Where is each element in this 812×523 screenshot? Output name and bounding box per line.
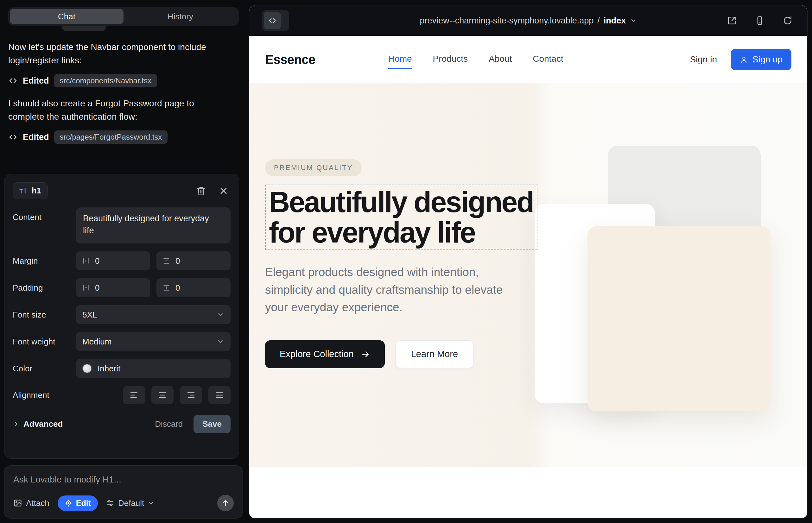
element-tag[interactable]: тT h1 bbox=[13, 182, 48, 199]
sign-up-button[interactable]: Sign up bbox=[731, 49, 791, 70]
lovable-editor: Chat History Now let's update the Navbar… bbox=[0, 0, 812, 523]
browser-frame: preview--charming-site-symphony.lovable.… bbox=[249, 5, 808, 519]
save-button[interactable]: Save bbox=[194, 415, 231, 433]
chevron-down-icon bbox=[630, 17, 637, 24]
hero-description: Elegant products designed with intention… bbox=[265, 264, 518, 316]
site-navbar: Essence Home Products About Contact Sign… bbox=[249, 36, 807, 83]
open-in-new-tab-button[interactable] bbox=[725, 14, 739, 28]
discard-button[interactable]: Discard bbox=[155, 419, 183, 429]
file-chip-navbar[interactable]: src/components/Navbar.tsx bbox=[54, 74, 157, 87]
site-nav-links: Home Products About Contact bbox=[388, 54, 563, 65]
hero-heading[interactable]: Beautifully designed for everyday life bbox=[269, 187, 534, 248]
margin-x-input[interactable]: 0 bbox=[76, 251, 150, 270]
chat-tabs: Chat History bbox=[8, 7, 239, 26]
site-logo[interactable]: Essence bbox=[265, 53, 315, 67]
target-icon bbox=[65, 499, 72, 507]
chevron-down-icon bbox=[217, 338, 224, 345]
composer-input[interactable]: Ask Lovable to modify H1... bbox=[13, 474, 234, 485]
chevron-down-icon bbox=[148, 500, 154, 506]
close-inspector-button[interactable] bbox=[217, 184, 231, 198]
sliders-icon bbox=[106, 499, 114, 507]
assistant-message: I should also create a Forgot Password p… bbox=[8, 97, 211, 124]
send-button[interactable] bbox=[217, 495, 234, 511]
font-size-select[interactable]: 5XL bbox=[76, 305, 231, 324]
font-size-row: Font size 5XL bbox=[13, 305, 231, 324]
quality-badge: PREMIUM QUALITY bbox=[265, 159, 362, 176]
explore-collection-label: Explore Collection bbox=[280, 349, 354, 359]
align-center-icon bbox=[158, 390, 167, 400]
advanced-label: Advanced bbox=[23, 419, 63, 429]
align-left-icon bbox=[129, 390, 139, 400]
margin-y-input[interactable]: 0 bbox=[156, 251, 231, 270]
model-default-dropdown[interactable]: Default bbox=[106, 498, 154, 508]
content-input[interactable]: Beautifully designed for everyday life bbox=[76, 208, 231, 244]
delete-element-button[interactable] bbox=[194, 184, 208, 198]
code-icon bbox=[8, 76, 18, 86]
align-justify-icon bbox=[215, 390, 224, 400]
font-weight-row: Font weight Medium bbox=[13, 332, 231, 351]
trash-icon bbox=[196, 185, 207, 196]
file-chip-forgot-password[interactable]: src/pages/ForgotPassword.tsx bbox=[54, 130, 168, 144]
sign-in-link[interactable]: Sign in bbox=[690, 54, 717, 65]
tab-history[interactable]: History bbox=[124, 9, 237, 24]
tab-history-label: History bbox=[167, 12, 193, 21]
user-icon bbox=[740, 55, 748, 64]
inspector-header: тT h1 bbox=[13, 182, 231, 199]
nav-link-home[interactable]: Home bbox=[388, 54, 412, 65]
align-justify-button[interactable] bbox=[208, 386, 231, 404]
padding-label: Padding bbox=[13, 283, 76, 293]
hero-section: PREMIUM QUALITY Beautifully designed for… bbox=[249, 83, 807, 467]
color-label: Color bbox=[13, 364, 76, 374]
inspector-footer: Advanced Discard Save bbox=[13, 415, 231, 433]
chevron-right-icon bbox=[13, 421, 20, 428]
align-center-button[interactable] bbox=[152, 386, 174, 404]
explore-collection-button[interactable]: Explore Collection bbox=[265, 340, 385, 368]
padding-y-input[interactable]: 0 bbox=[156, 278, 231, 297]
content-row: Content Beautifully designed for everyda… bbox=[13, 208, 231, 244]
sign-up-label: Sign up bbox=[753, 54, 782, 65]
align-right-icon bbox=[186, 390, 196, 400]
mobile-view-button[interactable] bbox=[753, 14, 767, 28]
padding-y-icon bbox=[162, 284, 170, 292]
chat-panel: Chat History Now let's update the Navbar… bbox=[0, 0, 247, 523]
below-hero-section bbox=[249, 467, 807, 518]
code-toggle-icon bbox=[264, 12, 281, 29]
refresh-button[interactable] bbox=[781, 14, 795, 28]
attach-button[interactable]: Attach bbox=[13, 498, 49, 508]
code-preview-toggle[interactable] bbox=[262, 10, 289, 31]
advanced-toggle[interactable]: Advanced bbox=[13, 419, 63, 429]
site-nav-actions: Sign in Sign up bbox=[690, 49, 791, 70]
url-path: index bbox=[604, 16, 626, 26]
tab-chat-label: Chat bbox=[58, 12, 75, 21]
default-label: Default bbox=[118, 498, 144, 508]
selection-outline: Beautifully designed for everyday life bbox=[265, 184, 537, 250]
learn-more-button[interactable]: Learn More bbox=[395, 340, 474, 368]
url-dropdown[interactable]: preview--charming-site-symphony.lovable.… bbox=[420, 16, 637, 26]
align-left-button[interactable] bbox=[123, 386, 145, 404]
edited-file-row: Edited src/pages/ForgotPassword.tsx bbox=[8, 130, 211, 144]
color-value: Inherit bbox=[98, 364, 120, 374]
code-icon bbox=[8, 132, 18, 142]
edit-mode-button[interactable]: Edit bbox=[58, 495, 98, 511]
align-right-button[interactable] bbox=[180, 386, 202, 404]
padding-x-value: 0 bbox=[95, 283, 100, 293]
alignment-label: Alignment bbox=[13, 390, 76, 400]
hero-content: PREMIUM QUALITY Beautifully designed for… bbox=[265, 159, 557, 368]
assistant-message: Now let's update the Navbar component to… bbox=[8, 40, 211, 67]
tab-chat[interactable]: Chat bbox=[10, 9, 124, 24]
arrow-up-icon bbox=[222, 499, 230, 507]
composer-toolbar: Attach Edit Default bbox=[13, 495, 234, 511]
color-select[interactable]: Inherit bbox=[76, 359, 231, 378]
margin-y-value: 0 bbox=[175, 256, 180, 266]
margin-label: Margin bbox=[13, 256, 76, 266]
nav-link-contact[interactable]: Contact bbox=[533, 54, 563, 65]
font-weight-select[interactable]: Medium bbox=[76, 332, 231, 351]
chevron-down-icon bbox=[217, 311, 224, 319]
nav-link-about[interactable]: About bbox=[489, 54, 512, 65]
close-icon bbox=[218, 186, 229, 196]
padding-x-input[interactable]: 0 bbox=[76, 278, 150, 297]
nav-link-products[interactable]: Products bbox=[433, 54, 468, 65]
external-link-icon bbox=[727, 16, 737, 26]
content-label: Content bbox=[13, 208, 76, 222]
attach-label: Attach bbox=[26, 498, 49, 508]
